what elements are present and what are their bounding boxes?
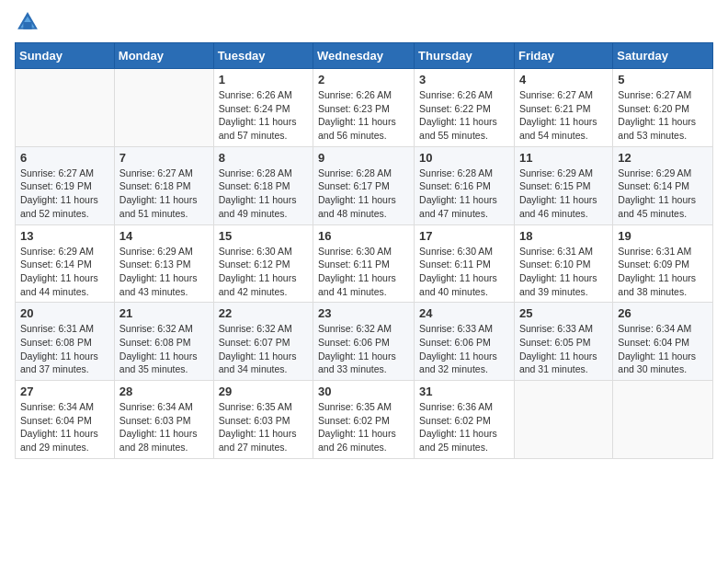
day-number: 25 [519, 306, 608, 320]
day-info: Sunrise: 6:34 AMSunset: 6:04 PMDaylight:… [20, 400, 109, 454]
day-number: 9 [318, 151, 409, 165]
day-number: 5 [618, 73, 708, 86]
calendar-cell: 8Sunrise: 6:28 AMSunset: 6:18 PMDaylight… [213, 146, 313, 224]
day-info: Sunrise: 6:31 AMSunset: 6:10 PMDaylight:… [519, 245, 608, 299]
day-number: 8 [219, 151, 308, 165]
day-info: Sunrise: 6:26 AMSunset: 6:23 PMDaylight:… [318, 88, 409, 143]
day-number: 4 [519, 73, 608, 86]
calendar-cell: 14Sunrise: 6:29 AMSunset: 6:13 PMDayligh… [114, 224, 213, 303]
header [15, 9, 713, 35]
day-header-wednesday: Wednesday [313, 43, 415, 69]
day-info: Sunrise: 6:31 AMSunset: 6:08 PMDaylight:… [20, 322, 109, 376]
calendar-week-row: 13Sunrise: 6:29 AMSunset: 6:14 PMDayligh… [16, 224, 713, 303]
day-number: 19 [618, 229, 708, 243]
calendar-cell: 15Sunrise: 6:30 AMSunset: 6:12 PMDayligh… [213, 224, 313, 303]
day-number: 27 [20, 385, 109, 398]
calendar-cell: 20Sunrise: 6:31 AMSunset: 6:08 PMDayligh… [16, 303, 115, 381]
svg-rect-2 [23, 22, 31, 29]
day-info: Sunrise: 6:32 AMSunset: 6:06 PMDaylight:… [318, 322, 409, 376]
day-info: Sunrise: 6:27 AMSunset: 6:18 PMDaylight:… [119, 167, 209, 221]
day-header-tuesday: Tuesday [213, 43, 313, 69]
day-info: Sunrise: 6:30 AMSunset: 6:12 PMDaylight:… [219, 245, 308, 299]
calendar-cell: 17Sunrise: 6:30 AMSunset: 6:11 PMDayligh… [415, 224, 515, 303]
day-info: Sunrise: 6:30 AMSunset: 6:11 PMDaylight:… [318, 245, 409, 299]
calendar-week-row: 27Sunrise: 6:34 AMSunset: 6:04 PMDayligh… [16, 381, 713, 459]
day-number: 23 [318, 306, 409, 320]
day-info: Sunrise: 6:34 AMSunset: 6:03 PMDaylight:… [119, 400, 209, 454]
day-info: Sunrise: 6:29 AMSunset: 6:14 PMDaylight:… [618, 167, 708, 221]
calendar-cell: 28Sunrise: 6:34 AMSunset: 6:03 PMDayligh… [114, 381, 213, 459]
day-info: Sunrise: 6:28 AMSunset: 6:18 PMDaylight:… [219, 167, 308, 221]
calendar-cell: 3Sunrise: 6:26 AMSunset: 6:22 PMDaylight… [415, 69, 515, 147]
day-header-saturday: Saturday [613, 43, 713, 69]
calendar-cell: 29Sunrise: 6:35 AMSunset: 6:03 PMDayligh… [213, 381, 313, 459]
day-info: Sunrise: 6:27 AMSunset: 6:19 PMDaylight:… [20, 167, 109, 221]
day-info: Sunrise: 6:33 AMSunset: 6:06 PMDaylight:… [419, 322, 509, 376]
day-info: Sunrise: 6:26 AMSunset: 6:24 PMDaylight:… [219, 88, 308, 143]
day-info: Sunrise: 6:27 AMSunset: 6:20 PMDaylight:… [618, 88, 708, 143]
day-number: 12 [618, 151, 708, 165]
calendar-cell: 6Sunrise: 6:27 AMSunset: 6:19 PMDaylight… [16, 146, 115, 224]
calendar-cell: 19Sunrise: 6:31 AMSunset: 6:09 PMDayligh… [613, 224, 713, 303]
day-number: 15 [219, 229, 308, 243]
day-info: Sunrise: 6:29 AMSunset: 6:14 PMDaylight:… [20, 245, 109, 299]
day-header-sunday: Sunday [16, 43, 115, 69]
day-info: Sunrise: 6:29 AMSunset: 6:15 PMDaylight:… [519, 167, 608, 221]
calendar-cell: 31Sunrise: 6:36 AMSunset: 6:02 PMDayligh… [415, 381, 515, 459]
day-info: Sunrise: 6:33 AMSunset: 6:05 PMDaylight:… [519, 322, 608, 376]
day-info: Sunrise: 6:28 AMSunset: 6:16 PMDaylight:… [419, 167, 509, 221]
calendar-cell: 26Sunrise: 6:34 AMSunset: 6:04 PMDayligh… [613, 303, 713, 381]
calendar-cell: 23Sunrise: 6:32 AMSunset: 6:06 PMDayligh… [313, 303, 415, 381]
calendar-cell: 13Sunrise: 6:29 AMSunset: 6:14 PMDayligh… [16, 224, 115, 303]
day-info: Sunrise: 6:35 AMSunset: 6:03 PMDaylight:… [219, 400, 308, 454]
day-info: Sunrise: 6:31 AMSunset: 6:09 PMDaylight:… [618, 245, 708, 299]
logo [15, 9, 44, 35]
logo-icon [15, 9, 40, 35]
day-number: 7 [119, 151, 209, 165]
calendar-cell: 9Sunrise: 6:28 AMSunset: 6:17 PMDaylight… [313, 146, 415, 224]
calendar-week-row: 1Sunrise: 6:26 AMSunset: 6:24 PMDaylight… [16, 69, 713, 147]
day-number: 10 [419, 151, 509, 165]
day-header-thursday: Thursday [415, 43, 515, 69]
calendar-week-row: 20Sunrise: 6:31 AMSunset: 6:08 PMDayligh… [16, 303, 713, 381]
calendar-cell: 7Sunrise: 6:27 AMSunset: 6:18 PMDaylight… [114, 146, 213, 224]
day-number: 11 [519, 151, 608, 165]
calendar-table: SundayMondayTuesdayWednesdayThursdayFrid… [15, 42, 713, 459]
calendar-cell: 5Sunrise: 6:27 AMSunset: 6:20 PMDaylight… [613, 69, 713, 147]
calendar-cell: 25Sunrise: 6:33 AMSunset: 6:05 PMDayligh… [514, 303, 612, 381]
day-number: 17 [419, 229, 509, 243]
calendar-cell: 27Sunrise: 6:34 AMSunset: 6:04 PMDayligh… [16, 381, 115, 459]
day-info: Sunrise: 6:34 AMSunset: 6:04 PMDaylight:… [618, 322, 708, 376]
calendar-cell [114, 69, 213, 147]
day-info: Sunrise: 6:32 AMSunset: 6:07 PMDaylight:… [219, 322, 308, 376]
day-number: 18 [519, 229, 608, 243]
day-info: Sunrise: 6:30 AMSunset: 6:11 PMDaylight:… [419, 245, 509, 299]
day-number: 6 [20, 151, 109, 165]
day-header-monday: Monday [114, 43, 213, 69]
day-number: 24 [419, 306, 509, 320]
day-info: Sunrise: 6:35 AMSunset: 6:02 PMDaylight:… [318, 400, 409, 454]
day-number: 1 [219, 73, 308, 86]
day-info: Sunrise: 6:26 AMSunset: 6:22 PMDaylight:… [419, 88, 509, 143]
day-number: 3 [419, 73, 509, 86]
day-number: 22 [219, 306, 308, 320]
day-number: 2 [318, 73, 409, 86]
day-info: Sunrise: 6:28 AMSunset: 6:17 PMDaylight:… [318, 167, 409, 221]
page: SundayMondayTuesdayWednesdayThursdayFrid… [0, 0, 728, 563]
day-number: 29 [219, 385, 308, 398]
day-header-friday: Friday [514, 43, 612, 69]
calendar-cell: 18Sunrise: 6:31 AMSunset: 6:10 PMDayligh… [514, 224, 612, 303]
day-number: 26 [618, 306, 708, 320]
day-number: 21 [119, 306, 209, 320]
calendar-cell [16, 69, 115, 147]
day-info: Sunrise: 6:36 AMSunset: 6:02 PMDaylight:… [419, 400, 509, 454]
calendar-cell: 11Sunrise: 6:29 AMSunset: 6:15 PMDayligh… [514, 146, 612, 224]
day-info: Sunrise: 6:29 AMSunset: 6:13 PMDaylight:… [119, 245, 209, 299]
day-number: 16 [318, 229, 409, 243]
calendar-cell: 12Sunrise: 6:29 AMSunset: 6:14 PMDayligh… [613, 146, 713, 224]
day-number: 31 [419, 385, 509, 398]
calendar-cell [613, 381, 713, 459]
day-info: Sunrise: 6:32 AMSunset: 6:08 PMDaylight:… [119, 322, 209, 376]
calendar-cell: 21Sunrise: 6:32 AMSunset: 6:08 PMDayligh… [114, 303, 213, 381]
day-number: 30 [318, 385, 409, 398]
